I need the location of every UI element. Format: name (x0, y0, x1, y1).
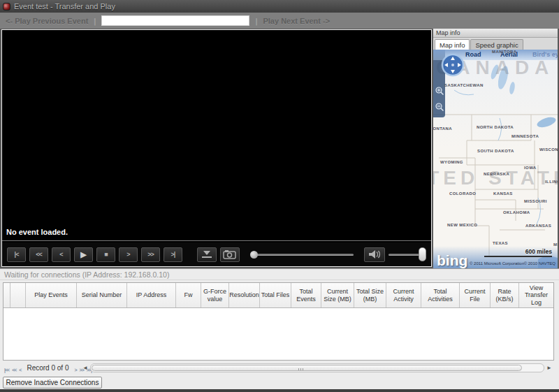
window-bottom-edge (0, 389, 559, 392)
toolbar-separator: | (255, 17, 257, 25)
column-header-ip-address[interactable]: IP Address (127, 283, 176, 307)
camera-icon (222, 249, 238, 260)
first-button[interactable]: |< (7, 247, 26, 262)
step-back-button[interactable]: < (52, 247, 71, 262)
map-label-south-dakota: SOUTH DAKOTA (477, 149, 514, 153)
map-canvas[interactable]: RoadAerialBird's eye CANADAUNITED STATES… (433, 50, 558, 268)
map-view-bird-s-eye[interactable]: Bird's eye (532, 51, 558, 58)
download-button[interactable] (197, 247, 217, 262)
column-header-current-file[interactable]: Current File (460, 283, 491, 307)
column-header-total-activities[interactable]: Total Activities (421, 283, 460, 307)
map-label-saskatchewan: SASKATCHEWAN (444, 83, 484, 87)
scrollbar-track[interactable] (90, 363, 544, 372)
bing-logo: bing (437, 253, 467, 268)
map-label-oklahoma: OKLAHOMA (503, 210, 530, 215)
record-status: Record 0 of 0 (27, 364, 68, 372)
step-forward-button[interactable]: > (119, 247, 138, 262)
column-header-rate-kb-s[interactable]: Rate (KB/s) (491, 283, 519, 307)
scroll-right-icon[interactable]: ► (546, 365, 552, 371)
column-header-current-size-mb[interactable]: Current Size (MB) (321, 283, 354, 307)
record-nav-back: |<<<<< (3, 362, 22, 375)
playback-controls: |<<<<▶■>>>>| (2, 242, 431, 266)
volume-slider[interactable] (389, 247, 426, 262)
column-header-resolution[interactable]: Resolution (229, 283, 260, 307)
video-status-message: No event loaded. (2, 228, 431, 238)
zoom-in-button[interactable] (435, 86, 444, 100)
remove-inactive-connections-button[interactable]: Remove Inactive Connections (3, 377, 102, 389)
snapshot-button[interactable] (220, 247, 240, 262)
map-label-north-dakota: NORTH DAKOTA (477, 125, 514, 129)
map-label-missouri: MISSOURI (524, 199, 547, 203)
connections-panel: Waiting for connections (IP Address: 192… (0, 268, 559, 392)
transport-buttons: |<<<<▶■>>>>| (7, 247, 182, 262)
map-label-nebraska: NEBRASKA (484, 172, 509, 176)
record-navigator: |<<<<< Record 0 of 0 >>>>>| (3, 362, 93, 374)
map-scale-bar (484, 256, 552, 257)
column-indicator-0[interactable] (3, 283, 10, 307)
play-next-event-button[interactable]: Play Next Event -> (263, 17, 330, 25)
seek-slider-thumb[interactable] (250, 251, 258, 259)
prev-page-button[interactable]: << (10, 368, 17, 372)
grid-body[interactable] (3, 308, 553, 360)
controls-divider (2, 240, 431, 241)
map-label-wisconsin: WISCONSIN (539, 147, 558, 152)
map-label-arkansas: ARKANSAS (525, 224, 551, 228)
map-view-road[interactable]: Road (465, 51, 481, 58)
seek-slider-track[interactable] (256, 254, 354, 256)
zoom-out-button[interactable] (435, 102, 444, 116)
column-header-current-activity[interactable]: Current Activity (386, 283, 421, 307)
mute-button[interactable] (364, 247, 385, 262)
map-label-illinois: ILLINOIS (545, 180, 558, 184)
compass-icon (441, 53, 465, 77)
map-copyright-navteq: © 2010 NAVTEQ (524, 261, 556, 266)
scroll-left-icon[interactable]: ◄ (82, 365, 88, 371)
tab-speed-graphic[interactable]: Speed graphic (470, 39, 523, 50)
next-record-button[interactable]: > (73, 368, 78, 372)
column-header-total-files[interactable]: Total Files (260, 283, 291, 307)
seek-slider[interactable] (250, 251, 354, 259)
fast-forward-button[interactable]: >> (141, 247, 160, 262)
map-label-kansas: KANSAS (493, 191, 513, 196)
event-nav-toolbar: <- Play Previous Event | | Play Next Eve… (0, 13, 559, 29)
map-geography (433, 50, 558, 268)
map-watermark-united-states: UNITED STATES (433, 167, 558, 189)
map-scale: 600 miles (484, 248, 552, 257)
video-panel: No event loaded. |<<<<▶■>>>>| (1, 29, 432, 267)
map-label-manitoba: MANITOBA (492, 50, 516, 54)
map-tab-strip: Map info Speed graphic (433, 38, 558, 50)
window-title: Event test - Transfer and Play (14, 2, 115, 10)
column-header-total-size-mb[interactable]: Total Size (MB) (354, 283, 386, 307)
map-pan-compass[interactable] (441, 53, 465, 80)
last-button[interactable]: >| (164, 247, 182, 262)
column-header-serial-number[interactable]: Serial Number (77, 283, 127, 307)
column-header-view-transfer-log[interactable]: View Transfer Log (519, 283, 554, 307)
map-panel: Map info Map info Speed graphic (433, 29, 558, 268)
video-screen[interactable] (2, 30, 431, 228)
event-input[interactable] (101, 15, 249, 26)
zoom-in-icon (435, 86, 444, 97)
map-label-minnesota: MINNESOTA (511, 134, 539, 138)
tab-map-info[interactable]: Map info (435, 39, 470, 50)
first-record-button[interactable]: |<< (3, 368, 10, 372)
map-label-colorado: COLORADO (449, 191, 476, 196)
volume-slider-thumb[interactable] (419, 247, 426, 261)
map-scale-label: 600 miles (484, 248, 552, 255)
column-header-total-events[interactable]: Total Events (291, 283, 321, 307)
column-header-fw[interactable]: Fw (176, 283, 201, 307)
prev-record-button[interactable]: < (17, 368, 22, 372)
rewind-button[interactable]: << (29, 247, 48, 262)
column-header-play-events[interactable]: Play Events (26, 283, 77, 307)
scrollbar-grip (298, 368, 305, 370)
zoom-out-icon (435, 102, 444, 113)
play-button[interactable]: ▶ (74, 247, 93, 262)
column-header-g-force-value[interactable]: G-Force value (201, 283, 229, 307)
column-indicator-1[interactable] (10, 283, 26, 307)
grid-header-row: Play EventsSerial NumberIP AddressFwG-Fo… (3, 283, 553, 308)
speaker-icon (367, 249, 382, 260)
grid-horizontal-scrollbar: ◄ ► (82, 363, 552, 373)
title-bar: Event test - Transfer and Play (0, 0, 559, 13)
stop-button[interactable]: ■ (96, 247, 115, 262)
scrollbar-thumb[interactable] (92, 365, 522, 371)
play-previous-event-button[interactable]: <- Play Previous Event (6, 17, 88, 25)
map-copyright-microsoft: © 2011 Microsoft Corporation (470, 261, 524, 266)
